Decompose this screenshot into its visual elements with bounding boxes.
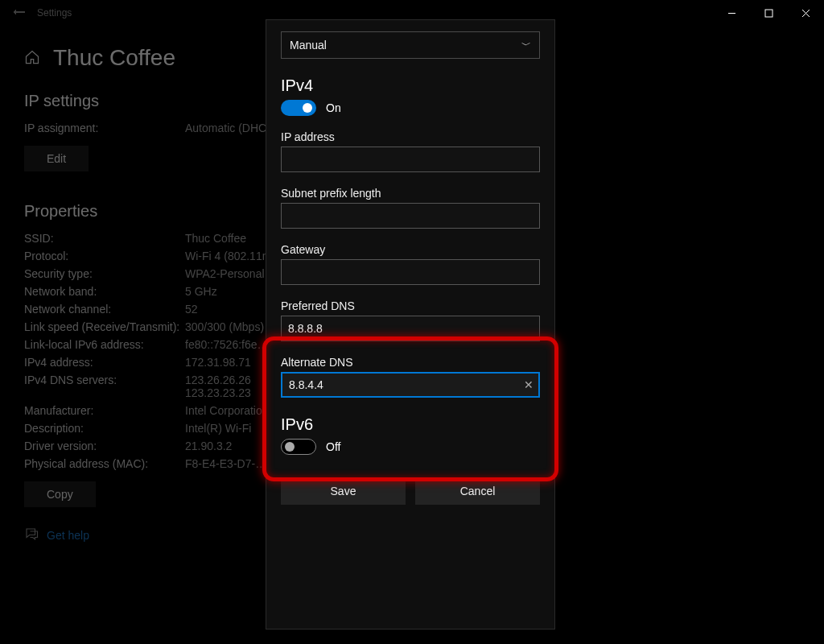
subnet-label: Subnet prefix length — [281, 187, 540, 200]
prop-value: 172.31.98.71 — [185, 356, 251, 369]
chat-icon — [24, 526, 39, 543]
svg-rect-1 — [765, 10, 772, 17]
alternate-dns-label: Alternate DNS — [281, 356, 540, 369]
ipv6-heading: IPv6 — [281, 415, 540, 434]
home-icon[interactable] — [24, 49, 40, 68]
prop-label: SSID: — [24, 232, 185, 245]
prop-label: Network band: — [24, 285, 185, 298]
prop-label: Link speed (Receive/Transmit): — [24, 320, 185, 333]
prop-value: Intel Corporation — [185, 404, 269, 417]
prop-value: 52 — [185, 303, 198, 316]
prop-value: 123.26.26.26 123.23.23.23 — [185, 374, 251, 399]
ip-address-input[interactable] — [281, 147, 540, 172]
prop-label: Link-local IPv6 address: — [24, 338, 185, 351]
ip-mode-dropdown[interactable]: Manual ﹀ — [281, 31, 540, 59]
alternate-dns-input[interactable] — [281, 372, 540, 398]
help-link[interactable]: Get help — [47, 529, 89, 542]
prop-label: Security type: — [24, 267, 185, 280]
ip-assignment-label: IP assignment: — [24, 122, 185, 134]
prop-label: IPv4 address: — [24, 356, 185, 369]
prop-label: Protocol: — [24, 250, 185, 262]
copy-button[interactable]: Copy — [24, 481, 96, 507]
dns-value: 123.26.26.26 — [185, 374, 251, 386]
prop-label: Driver version: — [24, 440, 185, 452]
gateway-input[interactable] — [281, 259, 540, 285]
prop-value: 300/300 (Mbps) — [185, 320, 264, 333]
edit-button[interactable]: Edit — [24, 146, 89, 171]
prop-label: Network channel: — [24, 303, 185, 316]
page-title: Thuc Coffee — [53, 45, 175, 71]
window-controls — [713, 0, 824, 26]
ipv6-toggle-label: Off — [326, 440, 340, 453]
close-button[interactable] — [787, 0, 824, 26]
prop-label: IPv4 DNS servers: — [24, 374, 185, 399]
ip-settings-modal: Manual ﹀ IPv4 On IP address Subnet prefi… — [266, 19, 555, 630]
prop-label: Description: — [24, 422, 185, 435]
cancel-button[interactable]: Cancel — [415, 477, 540, 505]
subnet-input[interactable] — [281, 203, 540, 229]
prop-label: Manufacturer: — [24, 404, 185, 417]
prop-value: 5 GHz — [185, 285, 217, 298]
prop-value: Wi-Fi 4 (802.11n) — [185, 250, 272, 262]
gateway-label: Gateway — [281, 243, 540, 256]
prop-label: Physical address (MAC): — [24, 457, 185, 470]
maximize-button[interactable] — [750, 0, 787, 26]
ip-assignment-value: Automatic (DHCP) — [185, 122, 278, 134]
minimize-button[interactable] — [713, 0, 750, 26]
ipv4-toggle[interactable] — [281, 100, 316, 116]
prop-value: fe80::7526:f6e… — [185, 338, 269, 351]
chevron-down-icon: ﹀ — [521, 39, 531, 52]
prop-value: Thuc Coffee — [185, 232, 246, 245]
back-icon[interactable]: 🠔 — [6, 6, 32, 20]
ipv6-toggle[interactable] — [281, 439, 316, 455]
ipv4-toggle-label: On — [326, 101, 341, 114]
clear-input-icon[interactable]: ✕ — [524, 378, 534, 391]
ip-address-label: IP address — [281, 130, 540, 143]
prop-value: F8-E4-E3-D7-… — [185, 457, 266, 470]
prop-value: Intel(R) Wi-Fi — [185, 422, 251, 435]
ipv4-heading: IPv4 — [281, 76, 540, 95]
dropdown-value: Manual — [290, 39, 327, 52]
save-button[interactable]: Save — [281, 477, 406, 505]
dns-value: 123.23.23.23 — [185, 386, 251, 399]
preferred-dns-input[interactable] — [281, 316, 540, 341]
prop-value: WPA2-Personal — [185, 267, 265, 280]
preferred-dns-label: Preferred DNS — [281, 299, 540, 312]
titlebar-title: Settings — [37, 7, 72, 19]
prop-value: 21.90.3.2 — [185, 440, 232, 452]
